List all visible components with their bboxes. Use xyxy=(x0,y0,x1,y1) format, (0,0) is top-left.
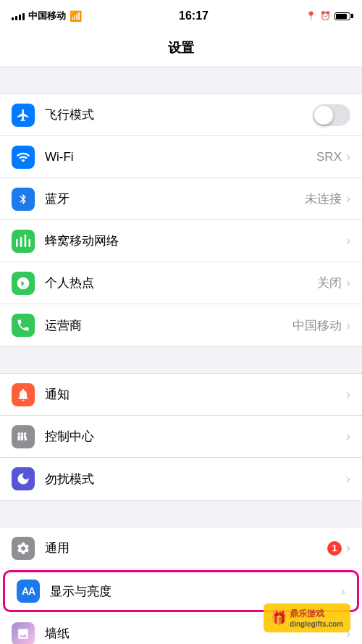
general-chevron: › xyxy=(346,540,350,556)
wifi-value: SRX › xyxy=(316,149,350,164)
carrier-chevron: › xyxy=(346,318,350,333)
watermark-text-container: 鼎乐游戏 dinglegifts.com xyxy=(290,608,343,628)
bluetooth-row[interactable]: 蓝牙 未连接 › xyxy=(0,178,362,220)
notifications-group: 通知 › 控制中心 › 勿扰模式 › xyxy=(0,373,362,501)
display-icon: AA xyxy=(17,580,40,603)
airplane-mode-content: 飞行模式 xyxy=(45,104,350,126)
dnd-row[interactable]: 勿扰模式 › xyxy=(0,458,362,500)
cellular-label: 蜂窝移动网络 xyxy=(45,233,119,249)
dnd-chevron: › xyxy=(346,472,350,487)
bluetooth-chevron: › xyxy=(346,191,350,206)
control-center-content: 控制中心 › xyxy=(45,428,350,445)
status-time: 16:17 xyxy=(179,9,209,22)
hotspot-status: 关闭 xyxy=(317,275,342,291)
carrier-label-row: 运营商 xyxy=(45,317,82,334)
connectivity-group: 飞行模式 Wi-Fi SRX › 蓝牙 未连接 › xyxy=(0,93,362,347)
general-row[interactable]: 通用 1 › xyxy=(0,527,362,569)
battery-icon xyxy=(334,12,350,20)
hotspot-content: 个人热点 关闭 › xyxy=(45,275,350,291)
carrier-icon xyxy=(12,314,35,337)
display-chevron: › xyxy=(341,584,345,599)
airplane-mode-toggle[interactable] xyxy=(313,104,350,126)
bluetooth-value: 未连接 › xyxy=(305,191,350,207)
dnd-icon xyxy=(12,467,35,490)
hotspot-chevron: › xyxy=(346,275,350,290)
hotspot-row[interactable]: 个人热点 关闭 › xyxy=(0,262,362,304)
airplane-mode-label: 飞行模式 xyxy=(45,106,94,123)
control-center-label: 控制中心 xyxy=(45,428,94,445)
carrier-content: 运营商 中国移动 › xyxy=(45,317,350,334)
page-title: 设置 xyxy=(168,41,194,55)
dnd-label: 勿扰模式 xyxy=(45,471,94,488)
hotspot-label: 个人热点 xyxy=(45,275,94,291)
cellular-row[interactable]: 蜂窝移动网络 › xyxy=(0,220,362,262)
bluetooth-status: 未连接 xyxy=(305,191,342,207)
notifications-value: › xyxy=(346,387,350,402)
notifications-icon xyxy=(12,383,35,406)
section-gap-3 xyxy=(0,501,362,527)
control-center-value: › xyxy=(346,429,350,444)
status-left: 中国移动 📶 xyxy=(12,9,82,22)
hotspot-value: 关闭 › xyxy=(317,275,350,291)
dnd-content: 勿扰模式 › xyxy=(45,471,350,488)
bluetooth-content: 蓝牙 未连接 › xyxy=(45,191,350,207)
airplane-mode-row[interactable]: 飞行模式 xyxy=(0,94,362,136)
general-icon xyxy=(12,537,35,560)
control-center-icon xyxy=(12,425,35,448)
carrier-row[interactable]: 运营商 中国移动 › xyxy=(0,304,362,346)
watermark: 🎁 鼎乐游戏 dinglegifts.com xyxy=(264,603,350,632)
control-center-chevron: › xyxy=(346,429,350,444)
toggle-knob xyxy=(314,106,333,125)
notifications-row[interactable]: 通知 › xyxy=(0,374,362,416)
bluetooth-label: 蓝牙 xyxy=(45,191,70,207)
section-gap-2 xyxy=(0,347,362,373)
general-content: 通用 1 › xyxy=(45,540,350,556)
status-bar: 中国移动 📶 16:17 📍 ⏰ xyxy=(0,0,362,32)
watermark-url: dinglegifts.com xyxy=(290,620,343,628)
cellular-chevron: › xyxy=(346,233,350,248)
wifi-icon: 📶 xyxy=(70,10,82,22)
cellular-content: 蜂窝移动网络 › xyxy=(45,233,350,249)
status-right: 📍 ⏰ xyxy=(306,11,350,21)
airplane-icon xyxy=(12,104,35,127)
wifi-content: Wi-Fi SRX › xyxy=(45,149,350,164)
display-label: 显示与亮度 xyxy=(50,583,111,600)
watermark-brand: 鼎乐游戏 xyxy=(290,608,343,620)
hotspot-icon xyxy=(12,272,35,295)
section-gap-1 xyxy=(0,67,362,93)
display-value: › xyxy=(341,584,345,599)
cellular-icon xyxy=(12,230,35,253)
wifi-network-name: SRX xyxy=(316,150,342,164)
general-label: 通用 xyxy=(45,540,70,556)
wallpaper-label: 墙纸 xyxy=(45,625,70,642)
wallpaper-icon xyxy=(12,622,35,645)
cellular-value: › xyxy=(346,233,350,248)
carrier-value: 中国移动 › xyxy=(292,317,350,334)
general-value: 1 › xyxy=(327,540,350,556)
bluetooth-icon xyxy=(12,188,35,211)
wifi-label: Wi-Fi xyxy=(45,150,74,164)
location-icon: 📍 xyxy=(306,11,316,21)
wifi-row[interactable]: Wi-Fi SRX › xyxy=(0,136,362,178)
notifications-content: 通知 › xyxy=(45,386,350,403)
dnd-value: › xyxy=(346,472,350,487)
general-badge: 1 xyxy=(327,541,342,556)
wifi-settings-icon xyxy=(12,146,35,169)
alarm-icon: ⏰ xyxy=(320,11,331,21)
page-title-bar: 设置 xyxy=(0,32,362,67)
carrier-name: 中国移动 xyxy=(292,317,342,334)
watermark-logo: 🎁 xyxy=(271,610,287,626)
signal-icon xyxy=(12,12,25,20)
control-center-row[interactable]: 控制中心 › xyxy=(0,416,362,458)
notifications-chevron: › xyxy=(346,387,350,402)
display-content: 显示与亮度 › xyxy=(50,583,345,600)
notifications-label: 通知 xyxy=(45,386,70,403)
carrier-label: 中国移动 xyxy=(28,9,66,22)
wifi-chevron: › xyxy=(346,149,350,164)
